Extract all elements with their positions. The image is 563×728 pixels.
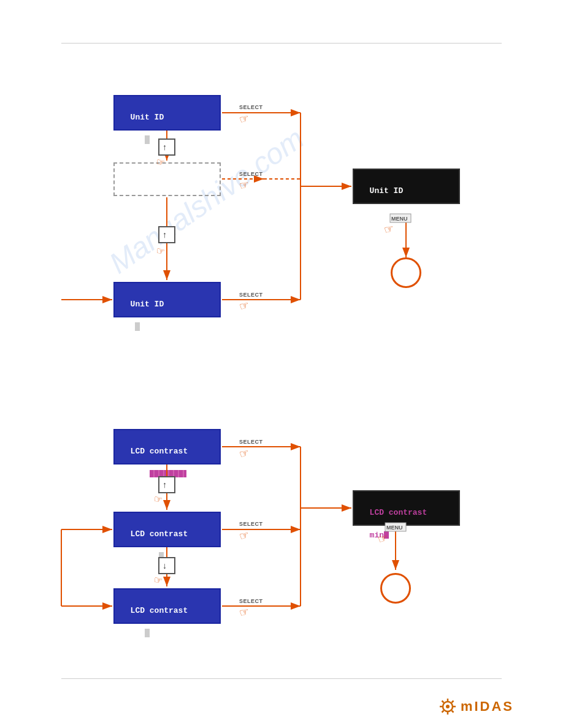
svg-line-63 bbox=[451, 711, 453, 713]
unit-id-1-screen: Unit ID 1 bbox=[113, 282, 221, 317]
midas-logo-text: mIDAS bbox=[461, 699, 514, 715]
lcd-medium-line2: medium bbox=[131, 552, 159, 561]
unit-id-255-line1: Unit ID bbox=[131, 113, 164, 122]
lcd-min-bottom-line2: min bbox=[131, 629, 145, 638]
svg-line-64 bbox=[451, 701, 453, 703]
unit-id-1-line2: 1 bbox=[131, 322, 136, 332]
unit-id-255-screen: Unit ID 255 bbox=[113, 95, 221, 131]
lcd-max-line1: LCD contrast bbox=[131, 447, 188, 456]
svg-rect-47 bbox=[159, 227, 175, 243]
svg-text:☞: ☞ bbox=[238, 178, 251, 192]
svg-text:☞: ☞ bbox=[238, 605, 251, 619]
lcd-min-result-line2: min bbox=[370, 531, 384, 540]
svg-text:SELECT: SELECT bbox=[239, 521, 263, 527]
svg-text:☞: ☞ bbox=[238, 446, 251, 460]
svg-text:↑: ↑ bbox=[163, 480, 167, 490]
svg-text:MENU: MENU bbox=[391, 216, 408, 222]
lcd-max-screen: LCD contrast max bbox=[113, 429, 221, 464]
midas-gear-icon bbox=[439, 697, 457, 716]
svg-point-57 bbox=[446, 705, 450, 708]
svg-text:☞: ☞ bbox=[238, 528, 251, 542]
unit-id-1-line1: Unit ID bbox=[131, 300, 164, 309]
svg-text:☞: ☞ bbox=[153, 493, 164, 505]
lcd-max-line2: max bbox=[131, 469, 150, 479]
svg-text:☞: ☞ bbox=[238, 298, 251, 313]
svg-text:SELECT: SELECT bbox=[239, 598, 263, 604]
svg-text:SELECT: SELECT bbox=[239, 104, 263, 110]
lcd-menu-circle bbox=[380, 573, 411, 604]
top-rule bbox=[61, 43, 502, 44]
lcd-min-bottom-line1: LCD contrast bbox=[131, 606, 188, 615]
unit-id-menu-circle bbox=[391, 257, 421, 288]
unit-id-15-line2: 15 bbox=[370, 209, 380, 218]
svg-text:☞: ☞ bbox=[383, 222, 396, 236]
svg-text:↑: ↑ bbox=[163, 230, 167, 240]
lcd-min-result-line1: LCD contrast bbox=[370, 508, 427, 517]
svg-text:↑: ↑ bbox=[163, 142, 167, 152]
svg-rect-44 bbox=[159, 139, 175, 155]
lcd-medium-line1: LCD contrast bbox=[131, 529, 188, 539]
svg-text:SELECT: SELECT bbox=[239, 292, 263, 298]
svg-text:SELECT: SELECT bbox=[239, 439, 263, 445]
unit-id-15-line1: Unit ID bbox=[370, 186, 404, 195]
diagram-arrows: SELECT SELECT SELECT SELECT SELECT SELEC… bbox=[0, 0, 563, 728]
lcd-min-bottom-screen: LCD contrast min bbox=[113, 588, 221, 624]
unit-id-empty-screen bbox=[113, 162, 221, 196]
svg-text:☞: ☞ bbox=[238, 112, 251, 126]
lcd-min-result-screen: LCD contrast min bbox=[353, 490, 460, 526]
bottom-rule bbox=[61, 678, 502, 679]
svg-text:☞: ☞ bbox=[156, 245, 166, 257]
svg-line-65 bbox=[442, 711, 443, 713]
svg-rect-38 bbox=[390, 214, 411, 222]
lcd-medium-screen: LCD contrast medium bbox=[113, 512, 221, 547]
svg-text:☞: ☞ bbox=[153, 574, 164, 586]
unit-id-255-line2: 255 bbox=[131, 135, 145, 145]
midas-logo: mIDAS bbox=[439, 697, 514, 716]
svg-line-62 bbox=[442, 701, 443, 703]
svg-text:SELECT: SELECT bbox=[239, 171, 263, 177]
unit-id-15-screen: Unit ID 15 bbox=[353, 169, 460, 204]
